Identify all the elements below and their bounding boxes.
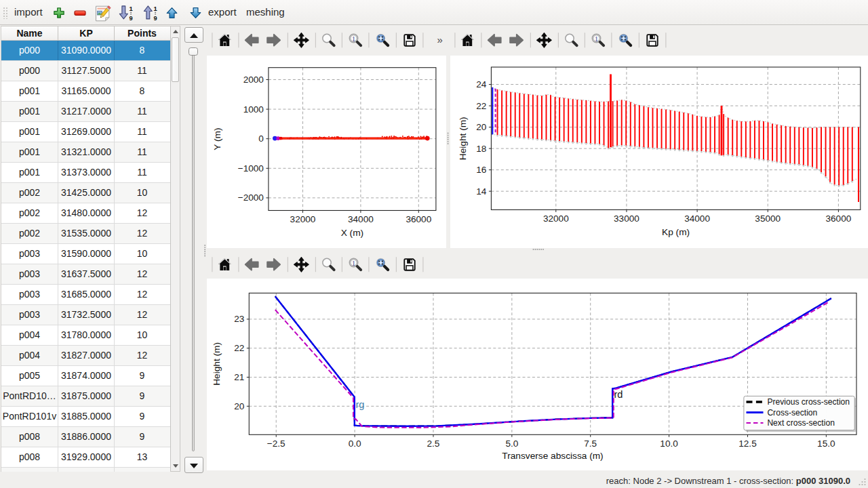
svg-text:Height (m): Height (m) [212,342,222,386]
svg-text:Cross-section: Cross-section [767,408,817,418]
svg-text:»: » [437,34,442,45]
svg-text:0.0: 0.0 [349,439,361,449]
svg-text:12.5: 12.5 [738,439,756,449]
svg-text:22: 22 [476,101,486,111]
svg-text:32000: 32000 [543,214,569,224]
svg-text:10.0: 10.0 [660,439,678,449]
svg-text:36000: 36000 [825,214,851,224]
svg-text:2.5: 2.5 [427,439,440,449]
svg-text:22: 22 [234,343,244,353]
svg-text:−2.5: −2.5 [267,439,285,449]
svg-text:23: 23 [234,314,244,324]
svg-text:15.0: 15.0 [817,439,835,449]
svg-text:Transverse abscissa (m): Transverse abscissa (m) [502,451,603,461]
svg-text:Height (m): Height (m) [458,117,468,160]
svg-text:1: 1 [153,5,157,12]
svg-text:20: 20 [476,122,487,132]
svg-text:9: 9 [129,15,132,22]
svg-text:20: 20 [234,401,245,411]
svg-text:rg: rg [356,399,365,410]
svg-text:Y (m): Y (m) [213,127,223,150]
svg-text:1: 1 [129,5,132,12]
svg-text:2000: 2000 [243,75,264,85]
svg-text:32000: 32000 [290,214,316,224]
svg-text:1000: 1000 [243,104,264,115]
svg-text:34000: 34000 [348,214,374,224]
svg-text:21: 21 [234,372,244,382]
svg-text:34000: 34000 [684,214,710,224]
svg-text:5.0: 5.0 [505,439,518,449]
svg-text:35000: 35000 [755,214,781,224]
svg-text:9: 9 [153,15,157,22]
svg-text:X (m): X (m) [341,228,363,238]
svg-text:16: 16 [476,165,486,175]
svg-text:24: 24 [476,79,487,89]
svg-text:−1000: −1000 [238,163,264,174]
svg-text:33000: 33000 [614,214,639,224]
svg-text:rd: rd [614,389,623,400]
svg-text:Kp (m): Kp (m) [662,227,690,237]
svg-text:−2000: −2000 [238,192,264,203]
svg-text:Previous cross-section: Previous cross-section [767,397,850,407]
svg-text:18: 18 [476,144,486,154]
svg-text:Next cross-section: Next cross-section [767,418,834,428]
svg-text:7.5: 7.5 [584,439,597,449]
svg-text:0: 0 [258,134,264,144]
svg-text:14: 14 [476,186,487,197]
svg-text:36000: 36000 [406,214,431,224]
